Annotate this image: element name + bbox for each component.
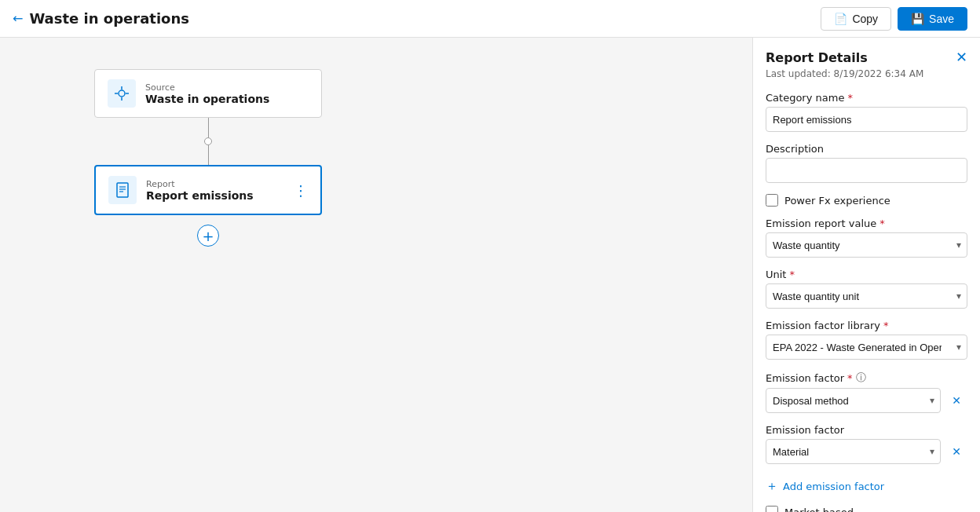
power-fx-label: Power Fx experience: [784, 195, 890, 207]
back-button[interactable]: ←: [13, 11, 23, 26]
panel-header: Report Details ✕: [766, 50, 967, 65]
emission-factor-1-select[interactable]: Disposal method: [766, 388, 941, 413]
emission-factor-1-label: Emission factor * ⓘ: [766, 371, 967, 385]
source-node-content: Source Waste in operations: [145, 82, 309, 105]
source-node-icon: [108, 79, 136, 108]
emission-report-value-label: Emission report value *: [766, 218, 967, 229]
emission-factor-2-field-group: Emission factor Material ▾ ✕: [766, 424, 967, 464]
emission-factor-library-select-wrapper: EPA 2022 - Waste Generated in Opera... ▾: [766, 335, 967, 360]
flow-container: Source Waste in operations: [94, 69, 322, 247]
unit-field-group: Unit * Waste quantity unit ▾: [766, 269, 967, 309]
connector-circle: [204, 137, 212, 145]
top-bar: ← Waste in operations 📄 Copy 💾 Save: [0, 0, 980, 38]
market-based-row: Market based: [766, 506, 967, 512]
emission-factor-2-row: Material ▾ ✕: [766, 439, 967, 464]
source-node[interactable]: Source Waste in operations: [94, 69, 322, 118]
main-content: Source Waste in operations: [0, 38, 980, 512]
emission-factor-2-label: Emission factor: [766, 424, 967, 436]
add-emission-factor-button[interactable]: ＋ Add emission factor: [766, 478, 967, 495]
connector-1: [204, 118, 212, 165]
report-node-icon: [108, 176, 137, 204]
copy-button[interactable]: 📄 Copy: [821, 7, 891, 31]
save-button[interactable]: 💾 Save: [898, 7, 967, 31]
connector-line-top: [208, 118, 209, 137]
canvas-area: Source Waste in operations: [0, 38, 752, 512]
power-fx-checkbox[interactable]: [766, 194, 778, 207]
report-node-title: Report emissions: [146, 189, 284, 202]
emission-factor-2-clear-button[interactable]: ✕: [945, 441, 967, 463]
market-based-checkbox[interactable]: [766, 506, 778, 512]
save-icon: 💾: [911, 13, 924, 25]
panel-last-updated: Last updated: 8/19/2022 6:34 AM: [766, 68, 967, 79]
emission-factor-library-label: Emission factor library *: [766, 320, 967, 331]
category-name-input[interactable]: [766, 107, 967, 132]
connector-line-bottom: [208, 145, 209, 165]
add-emission-factor-icon: ＋: [766, 478, 778, 495]
report-node-label: Report: [146, 179, 284, 189]
save-label: Save: [929, 13, 954, 25]
top-bar-right: 📄 Copy 💾 Save: [821, 7, 967, 31]
page-title: Waste in operations: [29, 10, 189, 27]
right-panel: Report Details ✕ Last updated: 8/19/2022…: [752, 38, 980, 512]
copy-label: Copy: [852, 13, 878, 25]
report-node-menu[interactable]: ⋮: [294, 182, 308, 199]
description-label: Description: [766, 143, 967, 155]
market-based-label: Market based: [784, 507, 854, 513]
emission-factor-2-select[interactable]: Material: [766, 439, 941, 464]
category-name-required: *: [847, 92, 853, 104]
add-node-button[interactable]: +: [197, 225, 219, 247]
emission-factor-1-field-group: Emission factor * ⓘ Disposal method ▾ ✕: [766, 371, 967, 413]
unit-select[interactable]: Waste quantity unit: [766, 283, 967, 309]
power-fx-row: Power Fx experience: [766, 194, 967, 207]
category-name-field-group: Category name *: [766, 92, 967, 132]
category-name-label: Category name *: [766, 92, 967, 104]
emission-factor-library-select[interactable]: EPA 2022 - Waste Generated in Opera...: [766, 335, 967, 360]
emission-factor-library-field-group: Emission factor library * EPA 2022 - Was…: [766, 320, 967, 360]
top-bar-left: ← Waste in operations: [13, 10, 189, 27]
emission-report-value-required: *: [879, 218, 885, 229]
emission-report-value-select[interactable]: Waste quantity: [766, 232, 967, 258]
emission-factor-1-required: *: [847, 372, 853, 384]
svg-point-0: [119, 90, 125, 97]
close-panel-button[interactable]: ✕: [956, 50, 967, 64]
description-input[interactable]: [766, 158, 967, 183]
unit-required: *: [789, 269, 795, 280]
source-node-title: Waste in operations: [145, 93, 309, 105]
description-field-group: Description: [766, 143, 967, 183]
emission-report-value-field-group: Emission report value * Waste quantity ▾: [766, 218, 967, 258]
unit-select-wrapper: Waste quantity unit ▾: [766, 283, 967, 309]
copy-icon: 📄: [834, 13, 847, 25]
emission-factor-1-row: Disposal method ▾ ✕: [766, 388, 967, 413]
unit-label: Unit *: [766, 269, 967, 280]
emission-factor-1-info-icon[interactable]: ⓘ: [856, 371, 866, 385]
emission-factor-1-select-wrapper: Disposal method ▾: [766, 388, 941, 413]
svg-rect-5: [117, 183, 128, 197]
emission-factor-1-clear-button[interactable]: ✕: [945, 389, 967, 411]
emission-report-value-select-wrapper: Waste quantity ▾: [766, 232, 967, 258]
panel-title: Report Details: [766, 50, 868, 65]
add-emission-factor-label: Add emission factor: [783, 481, 884, 492]
report-node-content: Report Report emissions: [146, 179, 284, 202]
emission-factor-2-select-wrapper: Material ▾: [766, 439, 941, 464]
emission-factor-library-required: *: [883, 320, 889, 331]
source-node-label: Source: [145, 82, 309, 93]
report-node[interactable]: Report Report emissions ⋮: [94, 165, 322, 215]
